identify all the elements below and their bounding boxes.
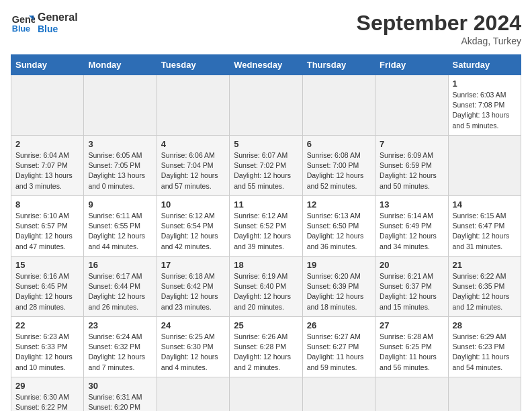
calendar-cell: 25Sunrise: 6:26 AMSunset: 6:28 PMDayligh… <box>230 317 302 377</box>
calendar-cell <box>375 75 448 136</box>
calendar-cell: 14Sunrise: 6:15 AMSunset: 6:47 PMDayligh… <box>448 196 521 257</box>
calendar-cell: 17Sunrise: 6:18 AMSunset: 6:42 PMDayligh… <box>157 257 229 317</box>
day-number: 27 <box>380 320 443 330</box>
day-info: Sunrise: 6:20 AMSunset: 6:39 PMDaylight:… <box>307 271 371 312</box>
calendar-cell: 29Sunrise: 6:30 AMSunset: 6:22 PMDayligh… <box>11 377 84 412</box>
week-row-2: 2Sunrise: 6:04 AMSunset: 7:07 PMDaylight… <box>11 136 521 196</box>
calendar-cell: 7Sunrise: 6:09 AMSunset: 6:59 PMDaylight… <box>375 136 448 196</box>
calendar-cell <box>448 377 521 412</box>
calendar-cell: 1Sunrise: 6:03 AMSunset: 7:08 PMDaylight… <box>448 75 521 136</box>
day-info: Sunrise: 6:05 AMSunset: 7:05 PMDaylight:… <box>88 150 152 191</box>
day-number: 20 <box>380 260 443 270</box>
calendar-cell <box>302 75 375 136</box>
day-number: 22 <box>15 320 79 330</box>
week-row-3: 8Sunrise: 6:10 AMSunset: 6:57 PMDaylight… <box>11 196 521 257</box>
day-number: 16 <box>88 260 152 270</box>
calendar-cell: 20Sunrise: 6:21 AMSunset: 6:37 PMDayligh… <box>375 257 448 317</box>
calendar-cell: 28Sunrise: 6:29 AMSunset: 6:23 PMDayligh… <box>448 317 521 377</box>
col-header-monday: Monday <box>84 55 157 75</box>
day-number: 29 <box>15 381 79 391</box>
day-info: Sunrise: 6:31 AMSunset: 6:20 PMDaylight:… <box>88 392 152 411</box>
day-number: 28 <box>453 320 517 330</box>
day-info: Sunrise: 6:08 AMSunset: 7:00 PMDaylight:… <box>307 150 371 191</box>
svg-text:Blue: Blue <box>12 24 30 34</box>
calendar-cell: 30Sunrise: 6:31 AMSunset: 6:20 PMDayligh… <box>84 377 157 412</box>
calendar-cell: 18Sunrise: 6:19 AMSunset: 6:40 PMDayligh… <box>230 257 302 317</box>
calendar-cell: 24Sunrise: 6:25 AMSunset: 6:30 PMDayligh… <box>157 317 229 377</box>
calendar-cell <box>230 377 302 412</box>
day-number: 6 <box>307 139 371 149</box>
day-info: Sunrise: 6:09 AMSunset: 6:59 PMDaylight:… <box>380 150 443 191</box>
calendar-cell: 13Sunrise: 6:14 AMSunset: 6:49 PMDayligh… <box>375 196 448 257</box>
col-header-tuesday: Tuesday <box>157 55 229 75</box>
day-number: 15 <box>15 260 79 270</box>
day-number: 25 <box>234 320 298 330</box>
header-row: SundayMondayTuesdayWednesdayThursdayFrid… <box>11 55 521 75</box>
calendar-cell: 4Sunrise: 6:06 AMSunset: 7:04 PMDaylight… <box>157 136 229 196</box>
day-number: 5 <box>234 139 298 149</box>
day-info: Sunrise: 6:22 AMSunset: 6:35 PMDaylight:… <box>453 271 517 312</box>
calendar-table: SundayMondayTuesdayWednesdayThursdayFrid… <box>11 54 521 411</box>
day-number: 17 <box>161 260 225 270</box>
calendar-cell: 2Sunrise: 6:04 AMSunset: 7:07 PMDaylight… <box>11 136 84 196</box>
location: Akdag, Turkey <box>357 36 521 46</box>
calendar-cell: 8Sunrise: 6:10 AMSunset: 6:57 PMDaylight… <box>11 196 84 257</box>
week-row-1: 1Sunrise: 6:03 AMSunset: 7:08 PMDaylight… <box>11 75 521 136</box>
day-number: 11 <box>234 199 298 210</box>
calendar-cell: 15Sunrise: 6:16 AMSunset: 6:45 PMDayligh… <box>11 257 84 317</box>
col-header-wednesday: Wednesday <box>230 55 302 75</box>
calendar-cell: 10Sunrise: 6:12 AMSunset: 6:54 PMDayligh… <box>157 196 229 257</box>
calendar-cell <box>375 377 448 412</box>
logo-blue: Blue <box>38 24 78 35</box>
logo: General Blue General Blue <box>11 11 78 35</box>
day-info: Sunrise: 6:30 AMSunset: 6:22 PMDaylight:… <box>15 392 79 411</box>
calendar-cell: 12Sunrise: 6:13 AMSunset: 6:50 PMDayligh… <box>302 196 375 257</box>
day-info: Sunrise: 6:28 AMSunset: 6:25 PMDaylight:… <box>380 332 443 373</box>
day-info: Sunrise: 6:27 AMSunset: 6:27 PMDaylight:… <box>307 332 371 373</box>
calendar-cell: 16Sunrise: 6:17 AMSunset: 6:44 PMDayligh… <box>84 257 157 317</box>
calendar-cell: 22Sunrise: 6:23 AMSunset: 6:33 PMDayligh… <box>11 317 84 377</box>
calendar-cell <box>84 75 157 136</box>
day-number: 30 <box>88 381 152 391</box>
day-number: 12 <box>307 199 371 210</box>
calendar-cell: 21Sunrise: 6:22 AMSunset: 6:35 PMDayligh… <box>448 257 521 317</box>
day-info: Sunrise: 6:24 AMSunset: 6:32 PMDaylight:… <box>88 332 152 373</box>
day-info: Sunrise: 6:06 AMSunset: 7:04 PMDaylight:… <box>161 150 225 191</box>
day-info: Sunrise: 6:14 AMSunset: 6:49 PMDaylight:… <box>380 211 443 252</box>
day-number: 21 <box>453 260 517 270</box>
calendar-cell: 6Sunrise: 6:08 AMSunset: 7:00 PMDaylight… <box>302 136 375 196</box>
day-info: Sunrise: 6:26 AMSunset: 6:28 PMDaylight:… <box>234 332 298 373</box>
day-info: Sunrise: 6:15 AMSunset: 6:47 PMDaylight:… <box>453 211 517 252</box>
day-number: 26 <box>307 320 371 330</box>
day-info: Sunrise: 6:03 AMSunset: 7:08 PMDaylight:… <box>453 90 517 131</box>
logo-general: General <box>38 11 78 24</box>
day-info: Sunrise: 6:29 AMSunset: 6:23 PMDaylight:… <box>453 332 517 373</box>
day-info: Sunrise: 6:19 AMSunset: 6:40 PMDaylight:… <box>234 271 298 312</box>
header: General Blue General Blue September 2024… <box>11 11 521 46</box>
logo-icon: General Blue <box>11 11 35 35</box>
day-number: 23 <box>88 320 152 330</box>
day-info: Sunrise: 6:12 AMSunset: 6:54 PMDaylight:… <box>161 211 225 252</box>
day-info: Sunrise: 6:21 AMSunset: 6:37 PMDaylight:… <box>380 271 443 312</box>
calendar-cell: 23Sunrise: 6:24 AMSunset: 6:32 PMDayligh… <box>84 317 157 377</box>
day-number: 13 <box>380 199 443 210</box>
day-number: 10 <box>161 199 225 210</box>
day-info: Sunrise: 6:18 AMSunset: 6:42 PMDaylight:… <box>161 271 225 312</box>
calendar-cell <box>157 377 229 412</box>
calendar-cell: 27Sunrise: 6:28 AMSunset: 6:25 PMDayligh… <box>375 317 448 377</box>
day-info: Sunrise: 6:17 AMSunset: 6:44 PMDaylight:… <box>88 271 152 312</box>
day-number: 1 <box>453 79 517 89</box>
day-number: 2 <box>15 139 79 149</box>
day-info: Sunrise: 6:16 AMSunset: 6:45 PMDaylight:… <box>15 271 79 312</box>
day-number: 4 <box>161 139 225 149</box>
calendar-cell: 19Sunrise: 6:20 AMSunset: 6:39 PMDayligh… <box>302 257 375 317</box>
day-info: Sunrise: 6:25 AMSunset: 6:30 PMDaylight:… <box>161 332 225 373</box>
week-row-5: 22Sunrise: 6:23 AMSunset: 6:33 PMDayligh… <box>11 317 521 377</box>
day-info: Sunrise: 6:10 AMSunset: 6:57 PMDaylight:… <box>15 211 79 252</box>
calendar-cell: 26Sunrise: 6:27 AMSunset: 6:27 PMDayligh… <box>302 317 375 377</box>
day-info: Sunrise: 6:13 AMSunset: 6:50 PMDaylight:… <box>307 211 371 252</box>
day-info: Sunrise: 6:11 AMSunset: 6:55 PMDaylight:… <box>88 211 152 252</box>
calendar-cell <box>157 75 229 136</box>
calendar-cell: 11Sunrise: 6:12 AMSunset: 6:52 PMDayligh… <box>230 196 302 257</box>
col-header-friday: Friday <box>375 55 448 75</box>
